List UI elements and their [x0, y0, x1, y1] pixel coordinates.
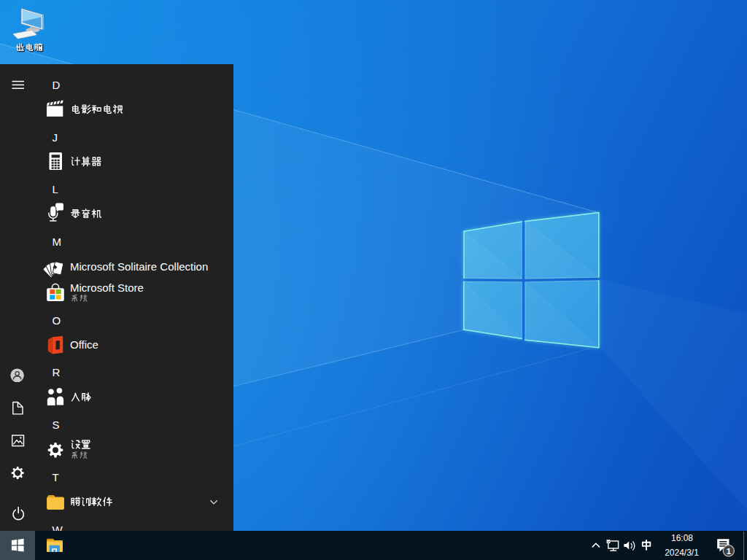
svg-text:2024/3/1: 2024/3/1 — [665, 548, 699, 558]
svg-text:M: M — [53, 236, 62, 248]
svg-text:Microsoft Store: Microsoft Store — [70, 281, 144, 294]
svg-text:D: D — [53, 79, 61, 91]
svg-text:S: S — [53, 419, 60, 431]
svg-text:Office: Office — [70, 338, 98, 351]
svg-text:Microsoft Solitaire Collection: Microsoft Solitaire Collection — [70, 260, 208, 273]
svg-text:16:08: 16:08 — [671, 533, 693, 543]
svg-text:O: O — [53, 314, 61, 327]
svg-text:T: T — [53, 471, 59, 483]
svg-text:J: J — [53, 131, 58, 144]
svg-text:1: 1 — [727, 547, 732, 556]
svg-text:R: R — [53, 366, 61, 378]
svg-text:L: L — [53, 183, 58, 195]
